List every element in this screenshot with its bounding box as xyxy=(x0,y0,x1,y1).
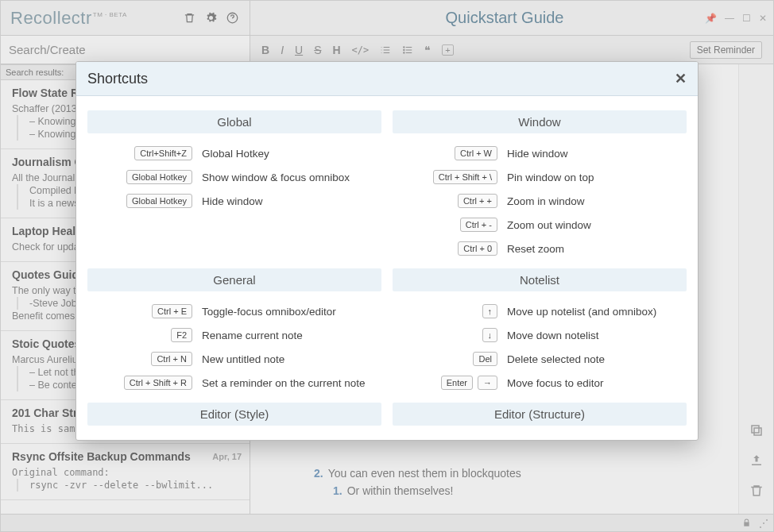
shortcut-section: Editor (Style) xyxy=(87,403,381,434)
shortcut-description: Move focus to editor xyxy=(507,377,687,389)
keycap: Ctrl + 0 xyxy=(458,241,497,256)
shortcut-section: WindowCtrl + WHide windowCtrl + Shift + … xyxy=(393,110,687,260)
shortcut-row: F2Rename current note xyxy=(87,323,381,347)
keycap: ↓ xyxy=(482,328,498,342)
section-heading: General xyxy=(87,268,381,291)
keycap: Enter xyxy=(441,376,473,390)
shortcut-description: Pin window on top xyxy=(507,172,687,183)
shortcut-description: Move down notelist xyxy=(507,330,687,341)
keycap: Ctrl + - xyxy=(460,218,497,232)
shortcut-row: DelDelete selected note xyxy=(393,347,687,371)
app-window: RecollectrTM · BETA Quickstart Guide 📌 —… xyxy=(0,0,774,532)
shortcut-description: Move up notelist (and omnibox) xyxy=(507,306,687,318)
section-heading: Editor (Structure) xyxy=(393,403,687,426)
shortcut-section: Notelist↑Move up notelist (and omnibox)↓… xyxy=(393,268,687,395)
shortcut-description: Global Hotkey xyxy=(202,148,381,160)
shortcut-description: Hide window xyxy=(507,148,687,160)
shortcut-description: Hide window xyxy=(202,195,381,207)
shortcut-description: Zoom in window xyxy=(507,195,687,207)
keycap: Ctrl + + xyxy=(458,194,497,208)
shortcut-description: Rename current note xyxy=(202,330,381,341)
keycap: Global Hotkey xyxy=(126,170,192,184)
shortcut-description: Show window & focus omnibox xyxy=(202,172,381,183)
shortcut-description: Reset zoom xyxy=(507,243,687,255)
shortcut-row: Ctrl + EToggle-focus omnibox/editor xyxy=(87,299,381,323)
shortcut-row: Ctrl + +Zoom in window xyxy=(393,189,687,213)
keycap: ↑ xyxy=(482,304,498,318)
shortcut-row: Ctrl + -Zoom out window xyxy=(393,213,687,237)
modal-body: GlobalCtrl+Shift+ZGlobal HotkeyGlobal Ho… xyxy=(76,96,698,440)
section-heading: Notelist xyxy=(393,268,687,291)
keycap: Ctrl + E xyxy=(152,304,192,318)
keycap: Del xyxy=(473,352,497,366)
modal-title: Shortcuts xyxy=(87,71,675,87)
shortcut-row: ↑Move up notelist (and omnibox) xyxy=(393,299,687,323)
keycap: Global Hotkey xyxy=(126,194,192,208)
modal-header: Shortcuts ✕ xyxy=(76,62,698,96)
shortcut-row: Ctrl + WHide window xyxy=(393,141,687,165)
keycap: F2 xyxy=(171,328,192,342)
shortcut-section: GlobalCtrl+Shift+ZGlobal HotkeyGlobal Ho… xyxy=(87,110,381,260)
shortcut-description: Delete selected note xyxy=(507,353,687,365)
shortcut-row: Global HotkeyHide window xyxy=(87,189,381,213)
section-heading: Editor (Style) xyxy=(87,403,381,426)
keycap: → xyxy=(478,376,497,390)
shortcut-description: New untitled note xyxy=(202,353,381,365)
keycap: Ctrl + N xyxy=(151,352,192,366)
keycap: Ctrl+Shift+Z xyxy=(134,146,192,160)
shortcut-description: Toggle-focus omnibox/editor xyxy=(202,306,381,318)
shortcut-row: Ctrl + 0Reset zoom xyxy=(393,237,687,260)
section-heading: Window xyxy=(393,110,687,133)
shortcut-row: Enter→Move focus to editor xyxy=(393,371,687,395)
shortcut-description: Zoom out window xyxy=(507,219,687,231)
modal-overlay[interactable]: Shortcuts ✕ GlobalCtrl+Shift+ZGlobal Hot… xyxy=(1,1,773,531)
keycap: Ctrl + Shift + R xyxy=(124,376,192,390)
keycap: Ctrl + Shift + \ xyxy=(433,170,497,184)
shortcut-section: Editor (Structure) xyxy=(393,403,687,434)
shortcut-row: Ctrl + Shift + \Pin window on top xyxy=(393,165,687,189)
shortcut-row: Ctrl + NNew untitled note xyxy=(87,347,381,371)
shortcut-row: Ctrl + Shift + RSet a reminder on the cu… xyxy=(87,371,381,395)
shortcut-section: GeneralCtrl + EToggle-focus omnibox/edit… xyxy=(87,268,381,395)
shortcut-description: Set a reminder on the current note xyxy=(202,377,381,389)
shortcut-row: ↓Move down notelist xyxy=(393,323,687,347)
keycap: Ctrl + W xyxy=(455,146,497,160)
shortcut-row: Ctrl+Shift+ZGlobal Hotkey xyxy=(87,141,381,165)
shortcut-row: Global HotkeyShow window & focus omnibox xyxy=(87,165,381,189)
shortcuts-modal: Shortcuts ✕ GlobalCtrl+Shift+ZGlobal Hot… xyxy=(75,61,699,441)
section-heading: Global xyxy=(87,110,381,133)
close-icon[interactable]: ✕ xyxy=(675,70,687,87)
